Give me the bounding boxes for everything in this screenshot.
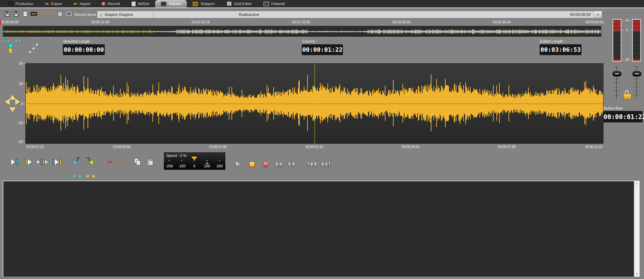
redo-button[interactable]: ↷ [48,10,55,17]
waveform-editor[interactable] [25,63,603,144]
speed-scale-label: -100 [178,164,185,168]
grid-editor-icon [227,1,232,6]
pan-right-button[interactable] [15,98,20,105]
vertical-scrollbar[interactable]: ▲ ▼ [634,181,640,277]
fader-knob-left[interactable] [613,71,621,76]
chevron-down-icon: ▼ [597,13,599,16]
snippet-plus-icon [193,2,198,6]
tab-snippet[interactable]: Snippet [155,0,187,7]
nudge-start-left-button[interactable]: ◀ [72,174,75,178]
redo-icon: ↷ [49,11,54,17]
timeline-ruler[interactable]: 00:00:00:00 00:00:31:09 00:01:02:18 00:0… [0,20,644,25]
tab-grid-editor[interactable]: Grid Editor [221,0,258,7]
pan-up-button[interactable] [9,95,16,100]
edited-length-display: 00:03:06:53 [540,44,581,55]
tab-airrun[interactable]: AirRun [126,0,155,7]
record-button[interactable] [260,160,271,169]
history-button[interactable] [57,10,64,17]
fader-link-lock-button[interactable] [623,90,631,100]
pan-left-button[interactable] [5,98,10,105]
artist-field[interactable]: ♫ Imagine Dragons [97,11,153,18]
save-button[interactable] [4,10,11,17]
spark-icon: ✦ [7,40,10,43]
triangle-icon [37,160,40,164]
skip-to-end-button[interactable] [320,160,331,169]
fader-knob-right[interactable] [633,71,641,76]
preview-cut-button[interactable] [37,159,48,165]
up-arrow-stem [9,50,11,53]
copy-button[interactable] [134,158,141,166]
playhead[interactable] [315,64,315,143]
tab-import[interactable]: ↩ Import [68,0,96,7]
tab-snippet-plus[interactable]: Snippet+ [187,0,221,7]
stop-icon [248,160,256,169]
save-as-button[interactable]: ? [13,10,20,17]
play-button[interactable] [232,160,243,169]
rewind-button[interactable] [273,160,284,169]
set-end-marker-button[interactable] [86,158,93,166]
scroll-up-button[interactable]: ▲ [634,181,640,186]
federall-icon [264,2,269,6]
pan-down-button[interactable] [9,107,16,112]
tab-export[interactable]: ↪ Export [39,0,68,7]
stop-button[interactable] [247,160,257,169]
nudge-start-right-button[interactable]: ▶ [79,174,82,178]
wave-time-tick: 23:59:54:56 [113,145,131,149]
airrun-icon [131,1,136,6]
nudge-end-left-button[interactable]: ◀ [86,174,89,178]
ruler-origin-marker [0,20,1,25]
set-start-marker-button[interactable] [74,158,80,166]
tab-record[interactable]: Record [96,0,125,7]
meter-scale-tick [622,60,624,60]
cursor-to-marker-button[interactable]: ✦ [15,40,21,43]
play-icon [233,160,242,169]
snippet-list-panel[interactable]: ▲ ▼ [3,181,640,277]
total-time: 00:03:06:53 [570,13,591,17]
scroll-down-button[interactable]: ▼ [634,272,640,277]
undo-button[interactable]: ↶ [39,10,46,17]
current-label: Current : [302,39,317,43]
cut-button[interactable]: ✂ [107,158,114,166]
monitor-toggle-button[interactable] [66,10,72,17]
tab-label: Export [51,2,62,6]
rewind-icon [273,160,283,169]
skip-to-start-button[interactable] [307,160,318,169]
speed-slider-handle[interactable] [191,157,197,160]
speed-scale-label: 0 [193,164,195,168]
tab-label: AirRun [138,2,150,6]
track-title: Radioactive [239,13,259,17]
fast-forward-button[interactable] [287,160,297,169]
marker-to-cursor-button[interactable]: ✦ [3,40,10,43]
speed-label: Speed : 0 % [166,154,187,158]
ruler-tick: 00:01:02:18 [192,20,210,24]
music-note-icon: ♫ [99,12,103,17]
selected-length-label: Selected Length : [63,39,92,43]
toolbar-buttons: ? ↶ ↷ [4,10,72,17]
ruler-tick: 00:02:04:35 [393,20,411,24]
new-document-button[interactable] [22,10,28,17]
paste-button[interactable] [147,158,154,166]
jump-to-position-button[interactable] [7,43,14,53]
play-from-marker-button[interactable] [25,159,32,165]
speed-tick: + [181,159,182,162]
play-to-end-marker-button[interactable] [52,159,61,165]
tab-federall[interactable]: Federall [258,0,291,7]
tab-production[interactable]: ♪ Production [3,0,39,7]
paste-icon [147,158,154,166]
recent-items-label: Recent Items : [74,13,98,17]
cyan-bar-icon [41,159,42,165]
nudge-end-right-button[interactable]: ▶ [93,174,95,178]
envelope-editor-button[interactable] [29,43,38,55]
wave-time-tick: 23:59:57:89 [209,145,227,149]
overview-seek-bar[interactable] [3,26,601,37]
cartridge-button[interactable] [30,10,37,17]
track-title-field[interactable]: Radioactive [153,11,345,18]
recent-items-dropdown-button[interactable]: ▼ [594,11,602,18]
wave-time-tick: 00:00:11:22 [585,145,603,149]
y-axis-label: 16 [11,82,23,86]
start-marker-icon [74,158,80,166]
cartridge-icon [30,11,37,17]
triangle-icon [45,160,48,164]
trim-button[interactable]: ✂ [121,158,127,166]
skip-to-start-marker-button[interactable] [11,159,18,165]
